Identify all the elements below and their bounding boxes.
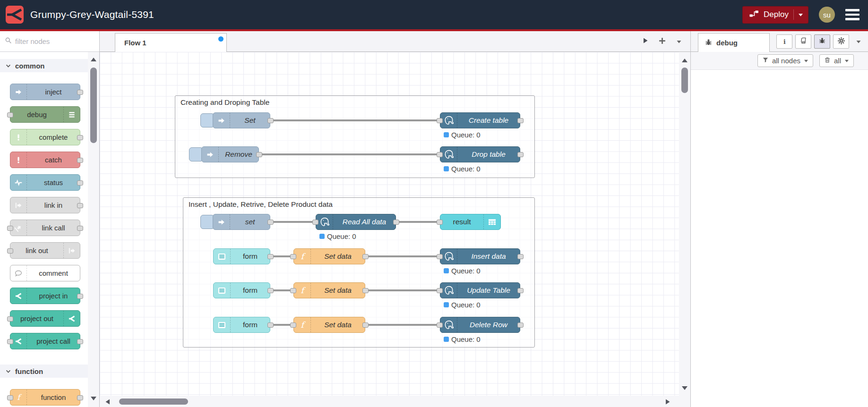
node-output-port[interactable] <box>393 220 399 225</box>
canvas-scroll-down-arrow[interactable] <box>681 384 688 393</box>
debug-filter-button[interactable]: all nodes <box>757 54 813 67</box>
node-input-port[interactable] <box>7 112 13 118</box>
node-input-port[interactable] <box>437 118 443 123</box>
node-output-port[interactable] <box>77 180 83 186</box>
node-output-port[interactable] <box>77 294 83 299</box>
flow-node-Insert-data[interactable]: Insert data <box>440 248 520 264</box>
node-output-port[interactable] <box>362 288 369 293</box>
wire[interactable] <box>259 153 440 155</box>
palette-node-debug[interactable]: debug <box>10 106 80 123</box>
node-output-port[interactable] <box>77 226 83 231</box>
node-output-port[interactable] <box>77 90 83 95</box>
add-flow-button[interactable] <box>658 37 666 47</box>
deploy-button[interactable]: Deploy <box>742 6 808 24</box>
flow-canvas[interactable]: Creating and Droping TableInsert , Updat… <box>100 52 679 407</box>
info-button[interactable]: i <box>776 34 792 49</box>
flow-node-set[interactable]: set <box>213 214 270 230</box>
node-input-port[interactable] <box>437 220 443 225</box>
node-input-port[interactable] <box>7 226 13 231</box>
node-output-port[interactable] <box>77 135 83 140</box>
filter-nodes-input[interactable] <box>15 37 86 45</box>
user-avatar[interactable]: su <box>819 7 835 23</box>
palette-node-comment[interactable]: comment <box>10 265 80 281</box>
node-output-port[interactable] <box>267 254 274 259</box>
flow-list-chevron-icon[interactable] <box>676 37 682 46</box>
palette-node-status[interactable]: status <box>10 174 80 191</box>
flow-node-Set-data[interactable]: fSet data <box>293 282 365 298</box>
scroll-tabs-right-button[interactable] <box>643 37 648 46</box>
node-input-port[interactable] <box>7 339 13 344</box>
wire[interactable] <box>270 221 316 223</box>
node-output-port[interactable] <box>77 158 83 163</box>
palette-node-project-call[interactable]: project call <box>10 333 80 349</box>
main-menu-button[interactable] <box>845 9 859 20</box>
palette-scroll-up-arrow[interactable] <box>90 56 97 64</box>
node-output-port[interactable] <box>517 254 524 259</box>
node-output-port[interactable] <box>267 288 274 293</box>
flow-node-Set-data[interactable]: fSet data <box>293 317 365 333</box>
palette-node-inject[interactable]: inject <box>10 84 80 100</box>
node-output-port[interactable] <box>256 152 262 157</box>
flow-node-result[interactable]: result <box>440 214 501 230</box>
node-input-port[interactable] <box>437 254 443 259</box>
tab-flow-1[interactable]: Flow 1 <box>115 33 227 52</box>
node-input-port[interactable] <box>437 288 443 293</box>
node-output-port[interactable] <box>517 288 524 293</box>
help-button[interactable] <box>795 34 811 49</box>
node-output-port[interactable] <box>517 118 524 123</box>
wire[interactable] <box>365 289 440 291</box>
palette-node-link-out[interactable]: link out <box>10 242 80 259</box>
node-output-port[interactable] <box>362 254 369 259</box>
node-output-port[interactable] <box>362 322 369 328</box>
node-output-port[interactable] <box>267 220 274 225</box>
flow-node-form[interactable]: form <box>213 248 270 264</box>
flow-node-Create-table[interactable]: Create table <box>440 112 520 128</box>
palette-node-complete[interactable]: complete <box>10 129 80 145</box>
canvas-scroll-up-arrow[interactable] <box>681 57 688 65</box>
palette-category-common[interactable]: common <box>0 59 88 72</box>
sidebar-menu-chevron-icon[interactable] <box>856 37 861 46</box>
tab-debug[interactable]: debug <box>698 33 770 52</box>
canvas-hscrollbar-thumb[interactable] <box>119 399 188 405</box>
palette-scrollbar-thumb[interactable] <box>90 68 97 143</box>
node-output-port[interactable] <box>517 322 524 328</box>
node-output-port[interactable] <box>267 322 274 328</box>
canvas-vscrollbar-thumb[interactable] <box>681 68 688 93</box>
node-input-port[interactable] <box>7 316 13 322</box>
node-input-port[interactable] <box>312 220 318 225</box>
canvas-scroll-left-arrow[interactable] <box>105 399 111 407</box>
canvas-scroll-right-arrow[interactable] <box>665 399 670 407</box>
flow-node-form[interactable]: form <box>213 282 270 298</box>
flow-node-form[interactable]: form <box>213 317 270 333</box>
node-output-port[interactable] <box>77 203 83 208</box>
config-nodes-button[interactable] <box>833 34 849 49</box>
flow-node-Delete-Row[interactable]: Delete Row <box>440 317 520 333</box>
node-output-port[interactable] <box>77 339 83 344</box>
palette-scroll-down-arrow[interactable] <box>90 395 97 403</box>
debug-messages-button[interactable] <box>814 34 830 49</box>
node-output-port[interactable] <box>267 118 274 123</box>
node-output-port[interactable] <box>517 152 524 157</box>
palette-node-function[interactable]: ffunction <box>10 389 80 406</box>
flow-node-Read-All-data[interactable]: Read All data <box>316 214 396 230</box>
node-output-port[interactable] <box>77 395 83 400</box>
flow-node-Set[interactable]: Set <box>213 112 270 128</box>
node-input-port[interactable] <box>290 254 296 259</box>
wire[interactable] <box>396 221 440 223</box>
wire[interactable] <box>365 255 440 257</box>
palette-category-function[interactable]: function <box>0 365 88 378</box>
node-input-port[interactable] <box>437 152 443 157</box>
node-input-port[interactable] <box>7 248 13 254</box>
flow-node-Drop-table[interactable]: Drop table <box>440 146 520 162</box>
palette-node-project-in[interactable]: project in <box>10 288 80 304</box>
node-input-port[interactable] <box>7 395 13 400</box>
flow-node-Update-Table[interactable]: Update Table <box>440 282 520 298</box>
node-input-port[interactable] <box>437 322 443 328</box>
flow-group[interactable]: Creating and Droping Table <box>175 95 535 178</box>
flow-node-Set-data[interactable]: fSet data <box>293 248 365 264</box>
wire[interactable] <box>365 324 440 326</box>
flow-node-Remove[interactable]: Remove <box>201 146 259 162</box>
palette-node-catch[interactable]: catch <box>10 152 80 168</box>
debug-clear-button[interactable]: all <box>819 54 854 67</box>
node-input-port[interactable] <box>290 288 296 293</box>
